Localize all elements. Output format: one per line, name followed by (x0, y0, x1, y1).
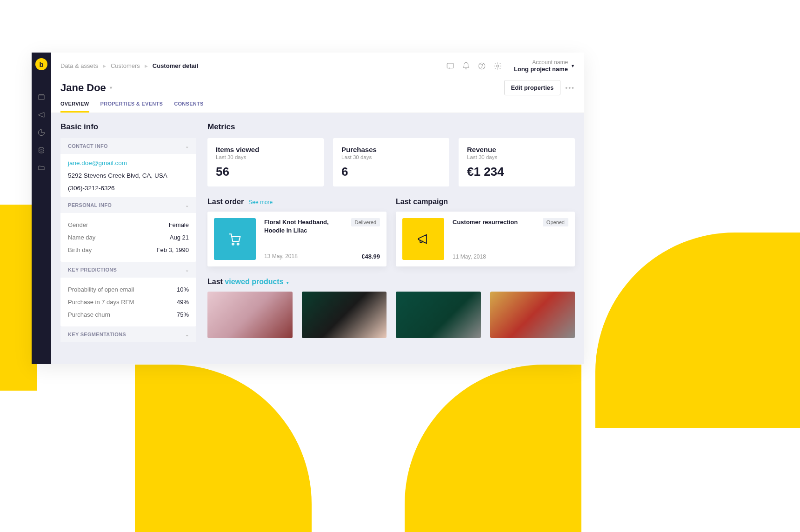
personal-info-section: PERSONAL INFO ⌄ GenderFemale Name dayAug… (60, 197, 196, 262)
breadcrumb-item[interactable]: Data & assets (60, 62, 98, 69)
product-thumbnail[interactable] (302, 292, 387, 338)
last-order-heading: Last order See more (207, 198, 387, 206)
heading-text: Last order (207, 198, 244, 206)
prediction-label: Purchase in 7 days RFM (68, 299, 134, 306)
title-row: Jane Doe ▾ Edit properties ••• (51, 73, 584, 95)
order-date: 13 May, 2018 (264, 253, 298, 260)
metric-title: Purchases (341, 146, 441, 153)
prediction-value: 10% (177, 286, 189, 293)
sidebar-nav: b (32, 53, 51, 364)
svg-point-6 (232, 243, 234, 245)
nav-analytics-icon[interactable] (38, 129, 45, 136)
contact-info-header[interactable]: CONTACT INFO ⌄ (60, 138, 196, 154)
chevron-down-icon: ⌄ (185, 332, 189, 337)
customer-phone: (306)-3212-6326 (68, 185, 189, 192)
chevron-right-icon: ▶ (145, 64, 148, 68)
metric-subtitle: Last 30 days (216, 154, 315, 160)
topbar: Data & assets ▶ Customers ▶ Customer det… (51, 53, 584, 73)
basic-info-column: Basic info CONTACT INFO ⌄ jane.doe@gmail… (51, 113, 206, 364)
gear-icon[interactable] (493, 62, 502, 70)
edit-properties-button[interactable]: Edit properties (504, 80, 561, 95)
customer-address: 5292 Stevens Creek Blvd, CA, USA (68, 172, 189, 179)
heading-prefix: Last (207, 278, 225, 286)
campaign-date: 11 May, 2018 (453, 253, 486, 260)
metric-subtitle: Last 30 days (341, 154, 441, 160)
chevron-down-icon: ⌄ (185, 267, 189, 273)
gender-value: Female (169, 221, 189, 228)
last-activity-row: Last order See more Floral Knot Headband… (207, 198, 575, 266)
svg-rect-2 (447, 63, 453, 68)
nav-campaigns-icon[interactable] (38, 111, 45, 119)
campaign-title: Customer resurrection (453, 218, 518, 226)
nav-dashboard-icon[interactable] (38, 93, 45, 101)
last-campaign-heading: Last campaign (396, 198, 575, 206)
product-thumbnail[interactable] (396, 292, 481, 338)
section-title: CONTACT INFO (68, 143, 108, 149)
metric-purchases: Purchases Last 30 days 6 (333, 138, 449, 186)
last-campaign-card[interactable]: Customer resurrection Opened 11 May, 201… (396, 212, 575, 266)
predictions-section: KEY PREDICTIONS ⌄ Probability of open em… (60, 262, 196, 326)
cart-icon (214, 218, 256, 260)
svg-point-1 (39, 147, 44, 149)
content-body: Basic info CONTACT INFO ⌄ jane.doe@gmail… (51, 113, 584, 364)
caret-down-icon: ▾ (110, 85, 112, 90)
segmentations-header[interactable]: KEY SEGMENTATIONS ⌄ (60, 326, 196, 342)
tabs: OVERVIEW PROPERTIES & EVENTS CONSENTS (51, 95, 584, 113)
breadcrumb-item[interactable]: Customers (111, 62, 140, 69)
order-price: €48.99 (361, 253, 380, 260)
status-badge: Opened (543, 218, 568, 226)
metric-value: 6 (341, 165, 441, 179)
segmentations-section: KEY SEGMENTATIONS ⌄ (60, 326, 196, 342)
app-window: b Data & assets ▶ Customers ▶ Customer d… (32, 53, 584, 364)
prediction-value: 75% (177, 311, 189, 318)
last-viewed-heading[interactable]: Last viewed products ▾ (207, 278, 575, 286)
product-thumbnail[interactable] (490, 292, 575, 338)
section-title: PERSONAL INFO (68, 202, 112, 208)
project-name: Long project name (514, 66, 568, 73)
brand-logo[interactable]: b (35, 58, 47, 70)
chevron-down-icon: ⌄ (185, 203, 189, 208)
customer-email[interactable]: jane.doe@gmail.com (68, 160, 189, 166)
tab-consents[interactable]: CONSENTS (174, 101, 204, 113)
see-more-link[interactable]: See more (248, 199, 273, 206)
chevron-down-icon: ⌄ (185, 144, 189, 149)
prediction-value: 49% (177, 299, 189, 306)
caret-down-icon: ▼ (571, 64, 575, 68)
personal-info-header[interactable]: PERSONAL INFO ⌄ (60, 197, 196, 213)
breadcrumb: Data & assets ▶ Customers ▶ Customer det… (60, 62, 198, 69)
help-icon[interactable] (478, 62, 486, 70)
nav-data-icon[interactable] (38, 146, 45, 154)
nameday-value: Aug 21 (170, 234, 189, 241)
basic-info-heading: Basic info (60, 122, 196, 132)
product-thumbnail[interactable] (207, 292, 293, 338)
contact-info-section: CONTACT INFO ⌄ jane.doe@gmail.com 5292 S… (60, 138, 196, 197)
account-name: Account name (514, 59, 568, 66)
tab-overview[interactable]: OVERVIEW (60, 101, 89, 113)
metrics-heading: Metrics (207, 122, 575, 132)
breadcrumb-current: Customer detail (153, 62, 198, 69)
prediction-label: Purchase churn (68, 311, 110, 318)
predictions-header[interactable]: KEY PREDICTIONS ⌄ (60, 262, 196, 278)
page-title-text: Jane Doe (60, 82, 106, 94)
last-order-card[interactable]: Floral Knot Headband, Hoodie in Lilac De… (207, 212, 387, 266)
nameday-label: Name day (68, 234, 95, 241)
metric-value: €1 234 (467, 165, 567, 179)
chat-icon[interactable] (446, 62, 454, 70)
topbar-actions: Account name Long project name ▼ (446, 59, 575, 73)
svg-point-4 (481, 67, 482, 68)
prediction-label: Probability of open email (68, 286, 134, 293)
tab-properties-events[interactable]: PROPERTIES & EVENTS (100, 101, 163, 113)
metrics-row: Items viewed Last 30 days 56 Purchases L… (207, 138, 575, 186)
metrics-column: Metrics Items viewed Last 30 days 56 Pur… (206, 113, 584, 364)
metric-items-viewed: Items viewed Last 30 days 56 (207, 138, 324, 186)
status-badge: Delivered (351, 218, 380, 226)
account-switcher[interactable]: Account name Long project name ▼ (514, 59, 575, 73)
bell-icon[interactable] (462, 62, 470, 70)
svg-point-5 (497, 65, 499, 67)
page-title[interactable]: Jane Doe ▾ (60, 82, 112, 94)
metric-subtitle: Last 30 days (467, 154, 567, 160)
metric-title: Revenue (467, 146, 567, 153)
nav-folder-icon[interactable] (38, 164, 45, 172)
order-title: Floral Knot Headband, Hoodie in Lilac (264, 218, 347, 235)
more-menu-icon[interactable]: ••• (565, 84, 575, 92)
